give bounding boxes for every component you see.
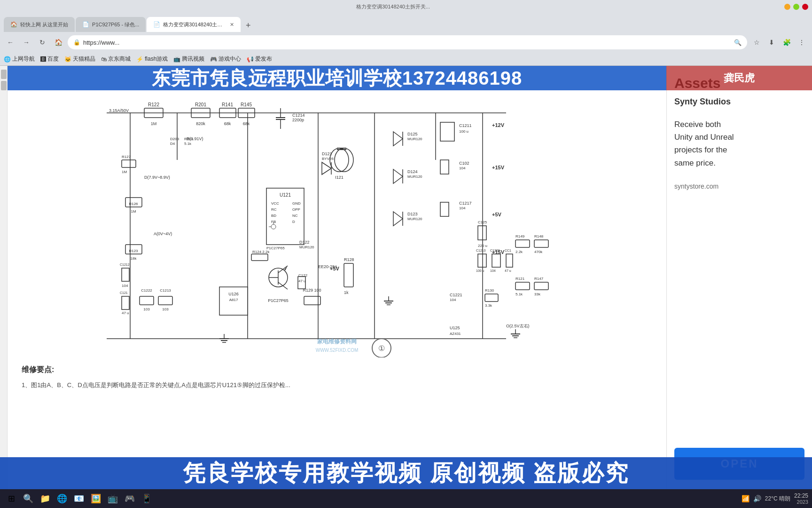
- svg-text:D123: D123: [407, 212, 418, 216]
- forward-button[interactable]: →: [20, 36, 33, 49]
- svg-text:3.15A/50V: 3.15A/50V: [109, 108, 129, 113]
- taskbar-video-icon[interactable]: 📺: [105, 491, 120, 506]
- circuit-diagram: R122 1M R201 820k R141 68k R145 68k: [8, 66, 666, 357]
- svg-text:C1212: C1212: [120, 263, 130, 266]
- close-button[interactable]: [802, 4, 808, 10]
- svg-text:D121: D121: [322, 151, 332, 156]
- home-button[interactable]: 🏠: [52, 36, 65, 49]
- svg-text:R123: R123: [129, 249, 138, 253]
- bookmark-jd[interactable]: 🛍 京东商城: [101, 55, 131, 63]
- bookmark-jd-icon: 🛍: [101, 56, 107, 63]
- svg-text:NC: NC: [292, 214, 298, 218]
- svg-text:R124 2.2k: R124 2.2k: [252, 250, 270, 254]
- address-bar[interactable]: 🔒 https://www... 🔍: [68, 35, 747, 49]
- svg-text:BD: BD: [271, 214, 276, 218]
- taskbar-windows-icon[interactable]: ⊞: [4, 491, 19, 506]
- svg-text:D(7.9V~8.9V): D(7.9V~8.9V): [144, 175, 170, 180]
- left-nav-button-2[interactable]: [1, 81, 7, 90]
- svg-text:104: 104: [490, 269, 496, 272]
- tab-2[interactable]: 📄 P1C927P65 - 绿色...: [76, 17, 146, 32]
- main-scroll-area[interactable]: R122 1M R201 820k R141 68k R145 68k: [8, 66, 666, 489]
- svg-text:104: 104: [459, 166, 466, 170]
- new-tab-button[interactable]: +: [242, 19, 255, 32]
- svg-text:100 u: 100 u: [476, 269, 484, 272]
- bookmark-shangwangdaohang[interactable]: 🌐 上网导航: [4, 55, 35, 63]
- ad-desc-line3: projects for the: [674, 145, 727, 154]
- bookmark-baidu[interactable]: 🅱 百度: [40, 55, 59, 63]
- refresh-button[interactable]: ↻: [36, 36, 49, 49]
- bookmark-flash[interactable]: ⚡ flash游戏: [136, 55, 168, 63]
- svg-text:D122: D122: [299, 240, 310, 245]
- tab-3-label: 格力变空调30148240土拆开关...: [163, 21, 227, 28]
- svg-text:R128: R128: [344, 257, 354, 262]
- bottom-content: 维修要点: 1、图1由A、B、C、D点电压是判断电路是否正常的关键点,A点是电源…: [8, 357, 666, 398]
- tab-1[interactable]: 🏠 轻快上网 从这里开始: [4, 17, 75, 32]
- tab-3[interactable]: 📄 格力变空调30148240土拆开关... ✕: [147, 17, 241, 32]
- left-nav-button-1[interactable]: [1, 70, 7, 79]
- svg-text:C1211: C1211: [459, 123, 472, 128]
- taskbar-network-icon: 📶: [742, 495, 750, 502]
- svg-text:1k: 1k: [344, 290, 349, 295]
- bookmark-games-label: 游戏中心: [219, 55, 241, 63]
- svg-text:O(2.5V左右): O(2.5V左右): [506, 324, 530, 328]
- bookmark-games[interactable]: 🎮 游戏中心: [210, 55, 241, 63]
- svg-text:5.1k: 5.1k: [515, 292, 523, 296]
- svg-text:MUR120: MUR120: [299, 245, 314, 249]
- svg-text:1M: 1M: [131, 209, 136, 214]
- taskbar-search-icon[interactable]: 🔍: [21, 491, 36, 506]
- svg-rect-0: [83, 66, 591, 357]
- menu-icon[interactable]: ⋮: [795, 36, 808, 49]
- svg-text:D203: D203: [170, 137, 180, 141]
- taskbar-time: 22:25: [794, 492, 808, 499]
- bookmark-shangwangdaohang-icon: 🌐: [4, 56, 11, 63]
- bookmark-qqvideo[interactable]: 📺 腾讯视频: [173, 55, 204, 63]
- svg-text:家电维修资料网: 家电维修资料网: [317, 338, 357, 345]
- ad-desc-line4: same price.: [674, 159, 716, 167]
- back-button[interactable]: ←: [4, 36, 17, 49]
- bookmark-tianmao[interactable]: 🐱 天猫精品: [64, 55, 95, 63]
- svg-text:R130: R130: [485, 288, 494, 293]
- bookmark-aifa[interactable]: 📢 爱发布: [247, 55, 272, 63]
- svg-text:C1222: C1222: [141, 288, 152, 293]
- bookmark-aifa-label: 爱发布: [255, 55, 272, 63]
- svg-text:C1217: C1217: [459, 201, 472, 206]
- tab-3-close[interactable]: ✕: [230, 22, 234, 28]
- svg-text:104: 104: [450, 298, 456, 302]
- taskbar-mail-icon[interactable]: 📧: [71, 491, 86, 506]
- svg-text:+12V: +12V: [492, 122, 505, 128]
- taskbar-phone-icon[interactable]: 📱: [139, 491, 154, 506]
- svg-text:R126: R126: [129, 202, 138, 206]
- svg-text:R145: R145: [241, 102, 252, 107]
- svg-text:CC1: CC1: [505, 249, 511, 252]
- ad-description: Receive both Unity and Unreal projects f…: [674, 118, 804, 169]
- repair-text-1: 1、图1由A、B、C、D点电压是判断电路是否正常的关键点,A点是电源芯片U121…: [22, 381, 652, 390]
- svg-text:BYV26: BYV26: [322, 157, 334, 161]
- svg-text:MUR120: MUR120: [407, 137, 422, 141]
- download-icon[interactable]: ⬇: [765, 36, 778, 49]
- svg-text:R121: R121: [515, 277, 525, 281]
- svg-text:C1210: C1210: [476, 249, 486, 252]
- taskbar-games-icon[interactable]: 🎮: [122, 491, 137, 506]
- taskbar-date: 2023: [797, 499, 808, 505]
- svg-text:R201: R201: [195, 102, 206, 107]
- bookmark-icon[interactable]: ☆: [750, 36, 763, 49]
- svg-text:2200p: 2200p: [292, 118, 304, 122]
- svg-text:68k: 68k: [224, 121, 231, 126]
- svg-text:A817: A817: [229, 298, 238, 302]
- svg-text:①: ①: [378, 344, 385, 352]
- taskbar-photos-icon[interactable]: 🖼️: [88, 491, 103, 506]
- ad-open-button[interactable]: OPEN: [674, 448, 804, 480]
- minimize-button[interactable]: [784, 4, 790, 10]
- maximize-button[interactable]: [793, 4, 799, 10]
- extension-icon[interactable]: 🧩: [780, 36, 793, 49]
- search-icon: 🔍: [734, 39, 742, 46]
- taskbar-browser-icon[interactable]: 🌐: [55, 491, 70, 506]
- title-bar: 格力变空调30148240土拆开关...: [0, 0, 812, 13]
- svg-text:D: D: [292, 220, 295, 224]
- taskbar-files-icon[interactable]: 📁: [38, 491, 53, 506]
- left-nav: [0, 66, 8, 489]
- tab-2-label: P1C927P65 - 绿色...: [92, 21, 139, 28]
- ad-desc-line1: Receive both: [674, 120, 721, 129]
- svg-text:103: 103: [162, 307, 169, 311]
- window-title: 格力变空调30148240土拆开关...: [4, 3, 782, 10]
